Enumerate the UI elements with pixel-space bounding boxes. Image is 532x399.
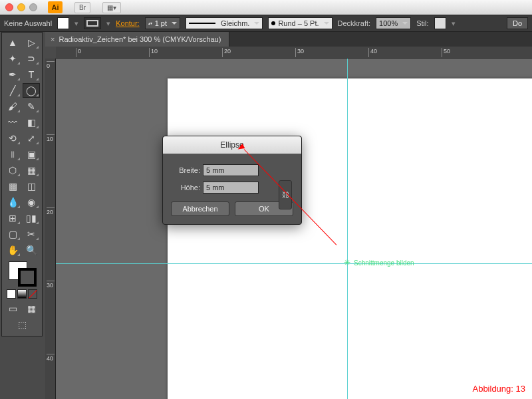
document-tab[interactable]: × Radioaktiv_Zeichen* bei 300 % (CMYK/Vo…	[45, 32, 229, 47]
width-input[interactable]	[203, 164, 259, 176]
stroke-dash-dropdown[interactable]: Gleichm.	[186, 17, 263, 29]
fill-stroke-control[interactable]	[3, 261, 41, 288]
scale-tool[interactable]: ⤢	[23, 131, 40, 146]
ruler-vertical[interactable]: 0 10 20 30 40	[45, 59, 56, 399]
dialog-title: Ellipse	[163, 136, 301, 154]
eraser-tool[interactable]: ◧	[23, 115, 40, 130]
stroke-label[interactable]: Kontur:	[116, 19, 139, 27]
fill-swatch[interactable]	[57, 17, 69, 29]
lasso-tool[interactable]: ⊃	[23, 51, 40, 66]
style-label: Stil:	[416, 19, 428, 27]
ruler-horizontal[interactable]: 0 10 20 30 40 50	[56, 47, 532, 59]
zoom-tool[interactable]: 🔍	[23, 243, 40, 257]
stroke-profile-dropdown[interactable]: Rund – 5 Pt.	[268, 17, 332, 29]
shape-builder-tool[interactable]: ⬡	[4, 163, 21, 178]
canvas[interactable]: ✳ Schnittmenge bilden Ellipse Breite: Hö…	[56, 59, 532, 399]
pencil-tool[interactable]: ✎	[23, 99, 40, 114]
height-label: Höhe:	[171, 184, 200, 192]
free-transform-tool[interactable]: ▣	[23, 147, 40, 162]
height-input[interactable]	[203, 182, 259, 194]
window-titlebar: Ai Br ▦▾	[0, 0, 532, 15]
mesh-tool[interactable]: ▩	[4, 179, 21, 194]
gradient-mode[interactable]	[17, 289, 27, 299]
selection-tool[interactable]: ▲	[4, 35, 21, 50]
figure-caption: Abbildung: 13	[472, 384, 525, 394]
artboard-tool[interactable]: ▢	[4, 227, 21, 241]
gradient-tool[interactable]: ◫	[23, 179, 40, 194]
opacity-dropdown[interactable]: 100%	[376, 17, 411, 29]
slice-tool[interactable]: ✂	[23, 227, 40, 241]
type-tool[interactable]: T	[23, 67, 40, 82]
line-tool[interactable]: ╱	[4, 83, 21, 98]
zoom-traffic-light[interactable]	[29, 3, 37, 11]
screen-mode-present[interactable]: ⬚	[13, 317, 31, 332]
pen-tool[interactable]: ✒	[4, 67, 21, 82]
rotate-tool[interactable]: ⟲	[4, 131, 21, 146]
minimize-traffic-light[interactable]	[17, 3, 25, 11]
selection-status: Keine Auswahl	[4, 19, 52, 27]
blob-brush-tool[interactable]: 〰	[4, 115, 21, 130]
close-traffic-light[interactable]	[5, 3, 13, 11]
ellipse-dialog: Ellipse Breite: Höhe: ⛓ Abbrechen OK	[162, 136, 302, 225]
screen-mode-full[interactable]: ▦	[23, 301, 40, 316]
smart-guide-hint: Schnittmenge bilden	[354, 259, 414, 267]
direct-selection-tool[interactable]: ▷	[23, 35, 40, 50]
width-label: Breite:	[171, 166, 200, 174]
symbol-sprayer-tool[interactable]: ⊞	[4, 211, 21, 225]
cursor-crosshair-icon: ✳	[344, 258, 350, 267]
toolbox: ▲▷ ✦⊃ ✒T ╱◯ 🖌✎ 〰◧ ⟲⤢ ⫴▣ ⬡▦ ▩◫ 💧◉ ⊞▯▮ ▢✂ …	[1, 32, 43, 336]
paintbrush-tool[interactable]: 🖌	[4, 99, 21, 114]
none-mode[interactable]	[28, 289, 37, 299]
eyedropper-tool[interactable]: 💧	[4, 195, 21, 209]
guide-horizontal	[56, 263, 532, 264]
bridge-button[interactable]: Br	[74, 2, 90, 13]
style-swatch[interactable]	[434, 17, 446, 29]
blend-tool[interactable]: ◉	[23, 195, 40, 209]
doc-setup-button[interactable]: Do	[507, 17, 528, 29]
hand-tool[interactable]: ✋	[4, 243, 21, 257]
cancel-button[interactable]: Abbrechen	[171, 201, 229, 216]
arrange-button[interactable]: ▦▾	[102, 2, 121, 13]
color-mode[interactable]	[7, 289, 16, 299]
document-tab-row: × Radioaktiv_Zeichen* bei 300 % (CMYK/Vo…	[45, 32, 532, 47]
opacity-label: Deckkraft:	[338, 19, 371, 27]
stroke-weight-dropdown[interactable]: ▴▾1 pt	[145, 17, 180, 29]
ellipse-tool[interactable]: ◯	[23, 83, 40, 98]
app-badge-ai: Ai	[48, 1, 63, 13]
magic-wand-tool[interactable]: ✦	[4, 51, 21, 66]
stroke-swatch[interactable]	[84, 17, 101, 29]
document-tab-label: Radioaktiv_Zeichen* bei 300 % (CMYK/Vors…	[59, 35, 221, 43]
guide-vertical	[347, 59, 348, 399]
perspective-tool[interactable]: ▦	[23, 163, 40, 178]
screen-mode-normal[interactable]: ▭	[4, 301, 21, 316]
artboard	[168, 78, 532, 399]
width-tool[interactable]: ⫴	[4, 147, 21, 162]
close-tab-icon[interactable]: ×	[51, 35, 55, 43]
link-dimensions-button[interactable]: ⛓	[279, 180, 292, 209]
control-bar: Keine Auswahl ▾ ▾ Kontur: ▴▾1 pt Gleichm…	[0, 15, 532, 32]
graph-tool[interactable]: ▯▮	[23, 211, 40, 225]
